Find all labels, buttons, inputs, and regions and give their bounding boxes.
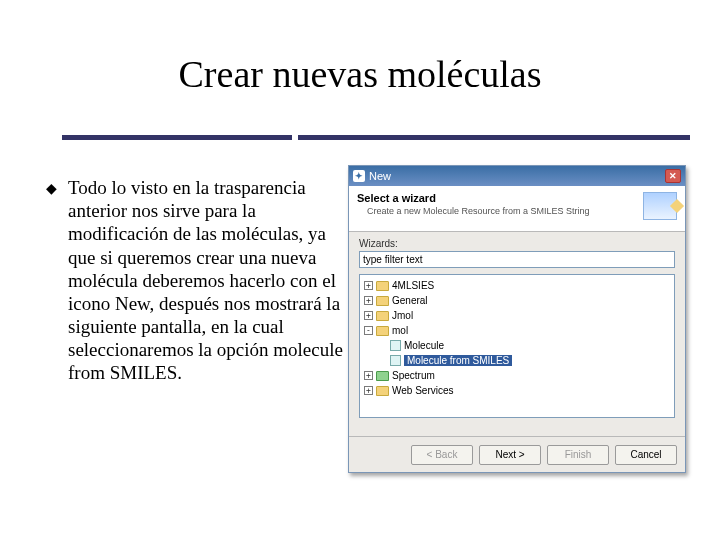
wizard-item-icon (390, 340, 401, 351)
tree-folder[interactable]: +Web Services (362, 383, 672, 398)
folder-icon (376, 386, 389, 396)
dialog-body: Wizards: +4MLSIES+General+Jmol-molMolecu… (349, 232, 685, 418)
filter-label: Wizards: (359, 238, 675, 249)
bullet-marker: ◆ (46, 176, 68, 385)
expand-icon[interactable]: + (364, 281, 373, 290)
folder-icon (376, 371, 389, 381)
tree-item-label: Molecule (404, 340, 444, 351)
dialog-titlebar[interactable]: ✦ New ✕ (349, 166, 685, 186)
dialog-window-title: New (369, 170, 391, 182)
tree-folder[interactable]: +General (362, 293, 672, 308)
folder-icon (376, 311, 389, 321)
dialog-header-subtitle: Create a new Molecule Resource from a SM… (357, 204, 677, 216)
tree-item-label: Spectrum (392, 370, 435, 381)
folder-icon (376, 296, 389, 306)
folder-icon (376, 281, 389, 291)
tree-folder[interactable]: +4MLSIES (362, 278, 672, 293)
expand-icon[interactable]: + (364, 386, 373, 395)
expand-icon[interactable]: + (364, 371, 373, 380)
dialog-header: Select a wizard Create a new Molecule Re… (349, 186, 685, 232)
new-wizard-dialog: ✦ New ✕ Select a wizard Create a new Mol… (348, 165, 686, 473)
folder-icon (376, 326, 389, 336)
title-rule-right (298, 135, 690, 140)
tree-item-label: Jmol (392, 310, 413, 321)
tree-item-label: General (392, 295, 428, 306)
bullet-item: ◆ Todo lo visto en la trasparencia anter… (46, 176, 346, 385)
tree-item-label: 4MLSIES (392, 280, 434, 291)
title-rule-left (62, 135, 292, 140)
tree-item-label: mol (392, 325, 408, 336)
tree-leaf[interactable]: Molecule from SMILES (362, 353, 672, 368)
expand-icon[interactable]: + (364, 296, 373, 305)
tree-folder[interactable]: -mol (362, 323, 672, 338)
tree-item-label: Web Services (392, 385, 454, 396)
collapse-icon[interactable]: - (364, 326, 373, 335)
wizard-icon (643, 192, 677, 220)
slide-title: Crear nuevas moléculas (0, 0, 720, 96)
dialog-button-row: < Back Next > Finish Cancel (349, 436, 685, 472)
tree-leaf[interactable]: Molecule (362, 338, 672, 353)
expand-icon[interactable]: + (364, 311, 373, 320)
bullet-text: Todo lo visto en la trasparencia anterio… (68, 176, 346, 385)
wizard-app-icon: ✦ (353, 170, 365, 182)
tree-item-label: Molecule from SMILES (404, 355, 512, 366)
tree-folder[interactable]: +Jmol (362, 308, 672, 323)
back-button[interactable]: < Back (411, 445, 473, 465)
tree-folder[interactable]: +Spectrum (362, 368, 672, 383)
wizard-item-icon (390, 355, 401, 366)
wizard-tree[interactable]: +4MLSIES+General+Jmol-molMoleculeMolecul… (359, 274, 675, 418)
dialog-header-title: Select a wizard (357, 192, 677, 204)
finish-button[interactable]: Finish (547, 445, 609, 465)
close-icon[interactable]: ✕ (665, 169, 681, 183)
next-button[interactable]: Next > (479, 445, 541, 465)
cancel-button[interactable]: Cancel (615, 445, 677, 465)
filter-input[interactable] (359, 251, 675, 268)
